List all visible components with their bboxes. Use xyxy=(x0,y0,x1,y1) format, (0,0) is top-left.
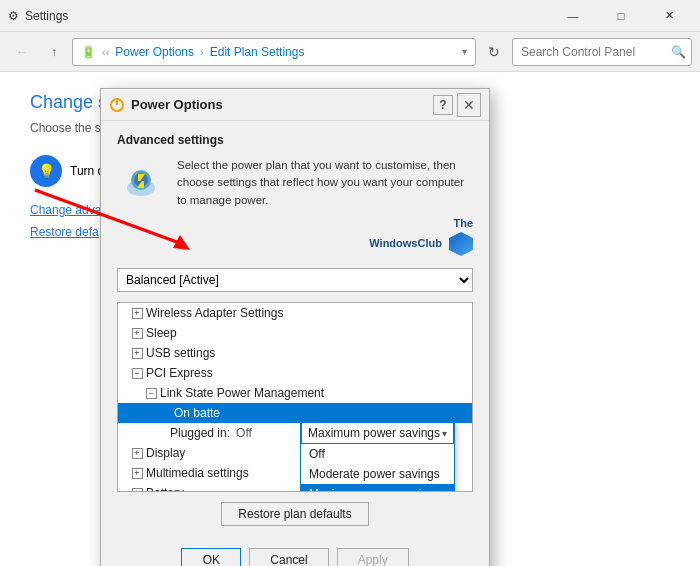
dropdown-current-value: Maximum power savings xyxy=(308,426,440,440)
ok-button[interactable]: OK xyxy=(181,548,241,566)
minimize-button[interactable]: — xyxy=(550,0,596,32)
expander-wireless[interactable]: + xyxy=(130,306,144,320)
expander-usb[interactable]: + xyxy=(130,346,144,360)
tree-item-sleep[interactable]: + Sleep xyxy=(118,323,472,343)
address-chevron-icon: ▾ xyxy=(462,46,467,57)
windowsclub-icon xyxy=(449,232,473,256)
svg-rect-3 xyxy=(116,99,118,105)
refresh-button[interactable]: ↻ xyxy=(480,38,508,66)
expander-multimedia[interactable]: + xyxy=(130,466,144,480)
dropdown-popup: Maximum power savings ▾ Off Moderate pow… xyxy=(300,421,455,492)
search-icon: 🔍 xyxy=(671,45,686,59)
dialog-footer: OK Cancel Apply xyxy=(101,538,489,566)
apply-button[interactable]: Apply xyxy=(337,548,409,566)
power-options-dialog: Power Options ? ✕ Advanced settings xyxy=(100,88,490,566)
dialog-icon-area xyxy=(117,157,165,205)
restore-plan-defaults-button[interactable]: Restore plan defaults xyxy=(221,502,368,526)
tree-item-on-battery[interactable]: On batte xyxy=(118,403,472,423)
expander-link-state[interactable]: − xyxy=(144,386,158,400)
forward-button[interactable]: ↑ xyxy=(40,38,68,66)
turn-off-icon: 💡 xyxy=(30,155,62,187)
address-icon: 🔋 xyxy=(81,45,96,59)
dialog-section-label: Advanced settings xyxy=(117,133,473,147)
dropdown-option-moderate[interactable]: Moderate power savings xyxy=(301,464,454,484)
expander-pci[interactable]: − xyxy=(130,366,144,380)
dialog-close-button[interactable]: ✕ xyxy=(457,93,481,117)
watermark: The WindowsClub xyxy=(177,215,473,256)
address-path1[interactable]: Power Options xyxy=(115,45,194,59)
dropdown-option-maximum[interactable]: Maximum power savings xyxy=(301,484,454,492)
power-plan-icon xyxy=(120,160,162,202)
title-bar-icon: ⚙ xyxy=(8,9,19,23)
expander-battery[interactable]: + xyxy=(130,486,144,491)
search-input[interactable] xyxy=(512,38,692,66)
tree-item-wireless[interactable]: + Wireless Adapter Settings xyxy=(118,303,472,323)
back-button[interactable]: ← xyxy=(8,38,36,66)
title-bar: ⚙ Settings — □ ✕ xyxy=(0,0,700,32)
expander-on-battery xyxy=(158,406,172,420)
dialog-controls: ? ✕ xyxy=(433,93,481,117)
tree-container: + Wireless Adapter Settings + Sleep + US… xyxy=(117,302,473,492)
dialog-description-text: Select the power plan that you want to c… xyxy=(177,159,464,206)
dialog-power-icon xyxy=(109,97,125,113)
expander-display[interactable]: + xyxy=(130,446,144,460)
window-title: Settings xyxy=(25,9,68,23)
dialog-help-button[interactable]: ? xyxy=(433,95,453,115)
tree-item-link-state[interactable]: − Link State Power Management xyxy=(118,383,472,403)
title-bar-controls: — □ ✕ xyxy=(550,0,692,32)
dialog-title-left: Power Options xyxy=(109,97,223,113)
address-path2[interactable]: Edit Plan Settings xyxy=(210,45,305,59)
dropdown-header[interactable]: Maximum power savings ▾ xyxy=(301,422,454,444)
address-bar: 🔋 ‹‹ Power Options › Edit Plan Settings … xyxy=(72,38,476,66)
dropdown-option-off[interactable]: Off xyxy=(301,444,454,464)
close-button[interactable]: ✕ xyxy=(646,0,692,32)
expander-sleep[interactable]: + xyxy=(130,326,144,340)
dialog-title-text: Power Options xyxy=(131,97,223,112)
dialog-top-area: Select the power plan that you want to c… xyxy=(117,157,473,256)
plugged-in-value: Off xyxy=(236,426,252,440)
dropdown-arrow-icon: ▾ xyxy=(442,428,447,439)
cancel-button[interactable]: Cancel xyxy=(249,548,328,566)
dialog-title-bar: Power Options ? ✕ xyxy=(101,89,489,121)
dialog-description: Select the power plan that you want to c… xyxy=(177,157,473,256)
search-wrap: 🔍 xyxy=(512,38,692,66)
plan-select-dropdown[interactable]: Balanced [Active] xyxy=(117,268,473,292)
breadcrumb-arrow: › xyxy=(200,46,204,58)
nav-bar: ← ↑ 🔋 ‹‹ Power Options › Edit Plan Setti… xyxy=(0,32,700,72)
tree-item-usb[interactable]: + USB settings xyxy=(118,343,472,363)
title-bar-left: ⚙ Settings xyxy=(8,9,68,23)
tree-item-pci[interactable]: − PCI Express xyxy=(118,363,472,383)
dialog-body: Advanced settings Select the power plan … xyxy=(101,121,489,538)
maximize-button[interactable]: □ xyxy=(598,0,644,32)
address-breadcrumb-separator1: ‹‹ xyxy=(102,46,109,58)
explorer-window: ⚙ Settings — □ ✕ ← ↑ 🔋 ‹‹ Power Options … xyxy=(0,0,700,566)
